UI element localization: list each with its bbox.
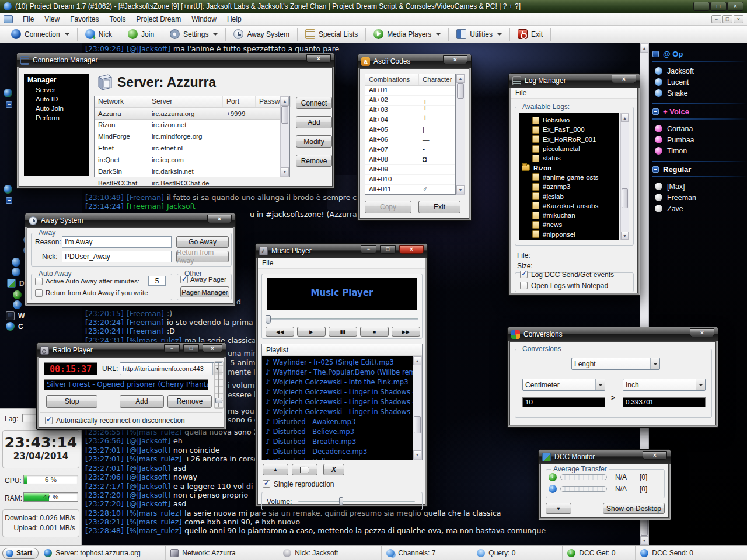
mdi-restore-button[interactable]: □ bbox=[722, 15, 732, 23]
minimize-button[interactable]: − bbox=[693, 2, 710, 11]
reason-input[interactable] bbox=[62, 236, 172, 248]
pause-button[interactable]: ▮▮ bbox=[329, 327, 357, 337]
user-item[interactable]: Cortana bbox=[652, 123, 747, 134]
scrollbar-thumb[interactable] bbox=[622, 188, 628, 208]
scrollbar-thumb[interactable] bbox=[281, 106, 288, 124]
volume-thumb[interactable] bbox=[215, 398, 222, 403]
toolbar-button[interactable]: Media Players bbox=[367, 27, 447, 42]
log-item[interactable]: #jcslab bbox=[522, 191, 619, 201]
radio-volume-slider[interactable] bbox=[214, 361, 224, 409]
tree-scrollbar[interactable]: ▲ ▼ bbox=[620, 113, 629, 240]
maximize-button[interactable]: □ bbox=[380, 245, 396, 254]
server-row[interactable]: Efnet irc.efnet.nl bbox=[95, 143, 289, 155]
ascii-row[interactable]: Alt+01 bbox=[365, 86, 455, 96]
open-notepad-checkbox[interactable] bbox=[520, 282, 528, 289]
maximize-button[interactable]: □ bbox=[710, 2, 727, 11]
window-titlebar[interactable]: Log Manager × bbox=[509, 74, 640, 88]
switchbar-item[interactable] bbox=[6, 102, 16, 108]
playlist-item[interactable]: ♪ Wayfinder - fr-025 (Single Edit).mp3 bbox=[262, 357, 413, 367]
toolbar-button[interactable]: Join bbox=[121, 27, 160, 42]
move-up-button[interactable]: ▲ bbox=[263, 464, 288, 475]
dropdown-button[interactable]: ▼ bbox=[546, 503, 571, 514]
tree-node[interactable]: Perform bbox=[24, 112, 89, 121]
log-item[interactable]: #aznmp3 bbox=[522, 182, 619, 191]
close-button[interactable]: × bbox=[643, 451, 667, 460]
add-button[interactable]: Add bbox=[296, 116, 332, 128]
scroll-down-arrow[interactable]: ▼ bbox=[621, 232, 629, 240]
log-item[interactable]: #news bbox=[522, 220, 619, 229]
minimize-button[interactable]: − bbox=[164, 344, 180, 353]
ascii-row[interactable]: Alt+03 └ bbox=[365, 106, 455, 116]
away-nick-input[interactable] bbox=[62, 251, 172, 262]
toolbar-button[interactable]: Exit bbox=[511, 27, 549, 42]
table-header[interactable]: Combinations Character bbox=[365, 74, 455, 86]
menu-item[interactable]: Window bbox=[186, 13, 222, 26]
toolbar-button[interactable]: Nick bbox=[79, 27, 118, 42]
window-titlebar[interactable]: DCC Monitor × bbox=[539, 450, 671, 464]
scroll-down-arrow[interactable]: ▼ bbox=[413, 450, 421, 459]
scroll-down-arrow[interactable]: ▼ bbox=[456, 186, 465, 194]
playlist-item[interactable]: ♪ Disturbed - Decadence.mp3 bbox=[262, 446, 413, 456]
window-titlebar[interactable]: Conversions × bbox=[508, 327, 718, 341]
user-item[interactable]: [Max] bbox=[652, 181, 747, 192]
scroll-up-arrow[interactable]: ▲ bbox=[621, 114, 629, 122]
seek-thumb[interactable] bbox=[266, 315, 271, 324]
user-item[interactable]: Lucent bbox=[652, 76, 747, 88]
table-header[interactable]: Network Server Port Password bbox=[95, 96, 289, 108]
scrollbar-thumb[interactable] bbox=[457, 83, 464, 99]
tree-node[interactable]: Auto Join bbox=[24, 103, 89, 112]
remove-button[interactable]: Remove bbox=[167, 395, 212, 408]
combo-arrow-icon[interactable] bbox=[650, 358, 659, 369]
playlist[interactable]: ♪ Wayfinder - fr-025 (Single Edit).mp3 ♪… bbox=[262, 356, 413, 460]
close-button[interactable]: × bbox=[399, 245, 424, 254]
userlist-group-voice[interactable]: + Voice bbox=[652, 106, 747, 117]
scroll-down-arrow[interactable]: ▼ bbox=[281, 167, 289, 176]
toolbar-button[interactable]: Utilities bbox=[450, 27, 508, 42]
combo-arrow-icon[interactable] bbox=[595, 379, 605, 390]
app-titlebar[interactable]: (10) Project Dream 1.7 (#1062) - [#Jacks… bbox=[0, 0, 747, 13]
mdi-close-button[interactable]: × bbox=[734, 15, 743, 23]
combo-arrow-icon[interactable] bbox=[696, 379, 705, 390]
switchbar-item[interactable]: W bbox=[6, 312, 25, 320]
scroll-up-arrow[interactable]: ▲ bbox=[640, 44, 648, 52]
scroll-down-arrow[interactable]: ▼ bbox=[640, 536, 648, 545]
user-item[interactable]: Snake bbox=[652, 88, 747, 99]
switchbar-item[interactable]: D bbox=[7, 279, 25, 288]
collapse-icon[interactable] bbox=[652, 108, 659, 115]
log-folder[interactable]: Rizon bbox=[522, 163, 619, 172]
playlist-item[interactable]: ♪ Wojciech Golczewski - Into the Pink.mp… bbox=[262, 377, 413, 387]
user-item[interactable]: Jacksoft bbox=[652, 65, 747, 76]
collapse-icon[interactable] bbox=[652, 51, 659, 57]
server-row[interactable]: Rizon irc.rizon.net bbox=[95, 120, 289, 131]
stop-button[interactable]: Stop bbox=[46, 395, 97, 408]
window-titlebar[interactable]: Radio Player − □ × bbox=[37, 343, 226, 357]
log-item[interactable]: Ex_HoRRoR_001 bbox=[522, 135, 619, 144]
window-titlebar[interactable]: Music Player − □ × bbox=[256, 244, 427, 258]
skip-forward-button[interactable]: ▶▶ bbox=[392, 327, 420, 337]
collapse-icon[interactable] bbox=[652, 166, 659, 173]
server-table[interactable]: Network Server Port Password Azzurra irc… bbox=[94, 96, 290, 177]
close-button[interactable]: × bbox=[727, 2, 743, 11]
log-item[interactable]: Ex_FasT_000 bbox=[522, 125, 619, 134]
seek-slider[interactable] bbox=[266, 318, 418, 320]
switchbar-item[interactable] bbox=[12, 268, 24, 276]
play-button[interactable]: ▶ bbox=[297, 327, 326, 337]
show-on-desktop-button[interactable]: Show on Desktop bbox=[603, 503, 665, 514]
single-reproduction-checkbox[interactable] bbox=[263, 480, 270, 488]
menu-item[interactable]: Project Dream bbox=[131, 13, 187, 26]
ascii-row[interactable]: Alt+010 bbox=[365, 175, 455, 185]
settings-tree[interactable]: Manager Server Auto ID Auto Join Perform bbox=[24, 74, 89, 176]
go-away-button[interactable]: Go Away bbox=[176, 236, 229, 248]
scroll-up-arrow[interactable]: ▲ bbox=[281, 97, 289, 106]
ascii-row[interactable]: Alt+09 bbox=[365, 165, 455, 175]
menu-item[interactable]: File bbox=[18, 13, 39, 26]
userlist-group-regular[interactable]: Regular bbox=[652, 163, 747, 175]
playlist-box[interactable]: Playlist ♪ Wayfinder - fr-025 (Single Ed… bbox=[261, 344, 423, 460]
connect-button[interactable]: Connect bbox=[296, 97, 332, 109]
switchbar-item[interactable]: C bbox=[6, 322, 23, 331]
window-titlebar[interactable]: Connection Manager × bbox=[17, 53, 334, 67]
auto-away-checkbox[interactable] bbox=[35, 278, 43, 285]
ascii-row[interactable]: Alt+02 ┐ bbox=[365, 96, 455, 106]
to-value-field[interactable]: 0.393701 bbox=[623, 397, 706, 407]
return-if-write-checkbox[interactable] bbox=[35, 289, 43, 297]
